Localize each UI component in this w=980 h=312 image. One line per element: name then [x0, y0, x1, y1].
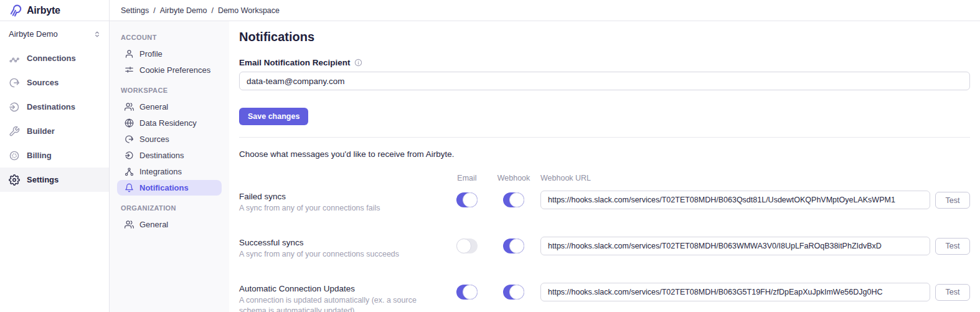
subnav-item-workspace-general[interactable]: General — [117, 99, 222, 115]
webhook-url-column-header: Webhook URL — [540, 174, 930, 182]
destination-icon — [125, 151, 134, 160]
sidebar-item-sources[interactable]: Sources — [0, 70, 109, 95]
toggle-knob — [509, 239, 524, 253]
webhook-url-input[interactable] — [540, 191, 930, 209]
row-title: Automatic Connection Updates — [239, 284, 442, 293]
email-recipient-label: Email Notification Recipient — [239, 58, 351, 67]
sidebar-item-connections[interactable]: Connections — [0, 46, 109, 70]
breadcrumb: Settings / Airbyte Demo / Demo Workspace — [121, 6, 280, 15]
share-network-icon — [125, 167, 134, 176]
sidebar-item-destinations[interactable]: Destinations — [0, 95, 109, 119]
save-changes-button[interactable]: Save changes — [239, 108, 308, 125]
breadcrumb-separator: / — [153, 6, 155, 15]
brand-logo[interactable]: Airbyte — [0, 0, 109, 21]
row-title: Successful syncs — [239, 238, 442, 247]
subnav-section-workspace: WORKSPACE General — [117, 87, 222, 196]
subnav-item-label: Cookie Preferences — [139, 65, 210, 75]
email-toggle[interactable] — [456, 192, 478, 207]
notification-row-failed-syncs: Failed syncs A sync from any of your con… — [239, 191, 970, 214]
subnav-item-profile[interactable]: Profile — [117, 46, 222, 62]
info-icon — [354, 59, 362, 67]
row-description: A connection is updated automatically (e… — [239, 295, 442, 312]
subnav-item-data-residency[interactable]: Data Residency — [117, 115, 222, 131]
webhook-toggle[interactable] — [503, 192, 524, 207]
row-description: A sync from any of your connections fail… — [239, 203, 442, 214]
bell-icon — [125, 183, 134, 192]
row-description: A sync from any of your connections succ… — [239, 249, 442, 260]
subnav-item-label: Data Residency — [139, 118, 197, 128]
notification-row-automatic-connection-updates: Automatic Connection Updates A connectio… — [239, 283, 970, 312]
airbyte-octopus-icon — [9, 4, 22, 17]
users-icon — [125, 102, 134, 111]
settings-subnav: ACCOUNT Profile — [110, 21, 229, 312]
section-divider — [239, 137, 970, 138]
gear-icon — [9, 174, 20, 186]
brand-name: Airbyte — [27, 5, 60, 16]
section-header: ORGANIZATION — [121, 204, 218, 212]
sidebar-item-label: Connections — [27, 54, 76, 63]
subnav-item-cookie-preferences[interactable]: Cookie Preferences — [117, 62, 222, 78]
subnav-item-label: General — [139, 102, 168, 111]
subnav-item-label: Profile — [139, 49, 163, 59]
test-webhook-button[interactable]: Test — [935, 238, 970, 255]
notifications-intro-text: Choose what messages you'd like to recei… — [239, 149, 970, 159]
row-label: Failed syncs A sync from any of your con… — [239, 191, 442, 214]
webhook-column-header: Webhook — [492, 174, 535, 182]
toggle-knob — [509, 192, 524, 207]
sidebar-item-settings[interactable]: Settings — [0, 168, 109, 192]
source-icon — [9, 77, 20, 88]
subnav-item-destinations[interactable]: Destinations — [117, 148, 222, 163]
row-title: Failed syncs — [239, 192, 442, 201]
subnav-item-label: Integrations — [139, 167, 182, 176]
subnav-section-organization: ORGANIZATION General — [117, 204, 222, 232]
breadcrumb-workspace[interactable]: Demo Workspace — [218, 6, 280, 15]
subnav-item-notifications[interactable]: Notifications — [117, 180, 222, 196]
billing-icon — [9, 150, 20, 161]
email-recipient-input[interactable] — [239, 72, 970, 90]
sidebar-item-builder[interactable]: Builder — [0, 119, 109, 143]
sidebar-item-label: Settings — [27, 175, 59, 184]
test-webhook-button[interactable]: Test — [935, 192, 970, 209]
sidebar-item-label: Billing — [27, 151, 52, 160]
webhook-url-input[interactable] — [540, 283, 930, 301]
email-column-header: Email — [447, 174, 487, 182]
main-sidebar: Airbyte Airbyte Demo Connections — [0, 0, 110, 312]
users-icon — [125, 220, 134, 229]
breadcrumb-org[interactable]: Airbyte Demo — [160, 6, 207, 15]
section-header: WORKSPACE — [121, 87, 218, 94]
source-icon — [125, 135, 134, 144]
destination-icon — [9, 102, 20, 113]
subnav-item-org-general[interactable]: General — [117, 217, 222, 232]
webhook-toggle[interactable] — [503, 239, 524, 253]
subnav-item-sources[interactable]: Sources — [117, 131, 222, 147]
workspace-name: Airbyte Demo — [9, 29, 58, 39]
user-icon — [125, 49, 134, 59]
sidebar-item-label: Destinations — [27, 102, 75, 111]
notifications-page: Notifications Email Notification Recipie… — [229, 21, 980, 312]
email-toggle[interactable] — [456, 285, 478, 300]
sidebar-item-billing[interactable]: Billing — [0, 143, 109, 168]
notification-row-successful-syncs: Successful syncs A sync from any of your… — [239, 237, 970, 260]
email-toggle[interactable] — [456, 239, 478, 253]
subnav-item-label: Destinations — [139, 151, 184, 160]
webhook-toggle[interactable] — [503, 285, 524, 300]
breadcrumb-settings[interactable]: Settings — [121, 6, 149, 15]
toggle-knob — [463, 285, 478, 300]
subnav-item-label: General — [139, 220, 168, 229]
test-webhook-button[interactable]: Test — [935, 284, 970, 301]
notifications-table-header: Email Webhook Webhook URL — [239, 174, 970, 182]
sidebar-nav: Connections Sources Dest — [0, 46, 109, 192]
webhook-url-input[interactable] — [540, 237, 930, 255]
toggle-knob — [456, 239, 471, 253]
sliders-icon — [125, 65, 134, 75]
subnav-item-label: Sources — [139, 135, 169, 144]
subnav-item-label: Notifications — [139, 183, 189, 192]
sidebar-item-label: Builder — [27, 126, 55, 136]
sidebar-item-label: Sources — [27, 78, 59, 87]
subnav-item-integrations[interactable]: Integrations — [117, 164, 222, 179]
toggle-knob — [463, 192, 478, 207]
toggle-knob — [509, 285, 524, 300]
page-title: Notifications — [239, 30, 970, 44]
section-header: ACCOUNT — [121, 34, 218, 41]
workspace-switcher[interactable]: Airbyte Demo — [0, 21, 109, 45]
